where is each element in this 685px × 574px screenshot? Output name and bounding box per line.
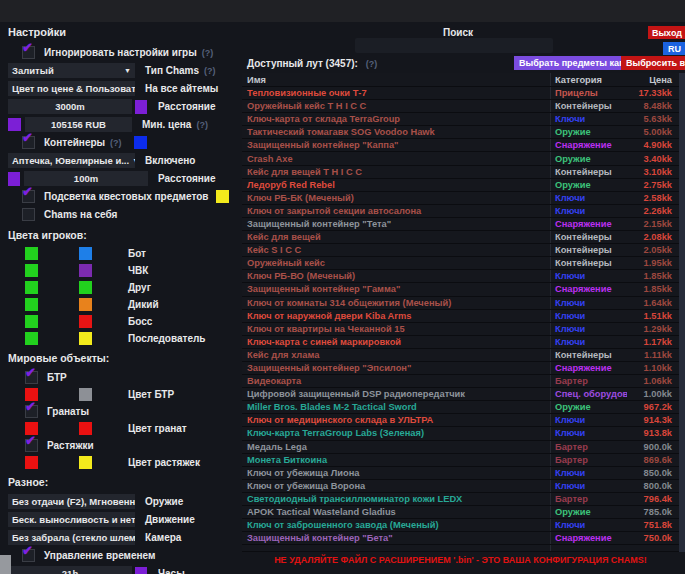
quest-items-checkbox[interactable]: ✔: [22, 190, 35, 203]
containers-checkbox[interactable]: ✔: [22, 136, 35, 149]
player-type-color-swatch[interactable]: [79, 247, 92, 260]
time-control-checkbox[interactable]: ✔: [22, 549, 35, 562]
table-row[interactable]: Ключ от убежища ЛионаКлючи850.0k: [242, 467, 679, 480]
world-object-color-swatch[interactable]: [25, 456, 38, 469]
distance-slider-track[interactable]: 3000m: [8, 99, 132, 114]
table-row[interactable]: Защищенный контейнер "Каппа"Снаряжение4.…: [242, 139, 679, 152]
table-row[interactable]: Ключ-карта с синей маркировкойКлючи1.17k…: [242, 336, 679, 349]
table-row[interactable]: APOK Tactical Wasteland GladiusОружие785…: [242, 506, 679, 519]
search-input[interactable]: [355, 38, 553, 53]
world-object-color-swatch[interactable]: [79, 456, 92, 469]
player-type-color-swatch[interactable]: [79, 264, 92, 277]
containers-filter-value: Аптечка, Ювелирные и...: [12, 155, 129, 166]
containers-color-swatch[interactable]: [134, 136, 147, 149]
world-object-checkbox[interactable]: ✔: [25, 371, 38, 384]
item-price: 796.4k: [627, 494, 679, 504]
world-object-checkbox[interactable]: ✔: [25, 439, 38, 452]
table-row[interactable]: Ключ от заброшенного завода (Меченый)Клю…: [242, 519, 679, 532]
player-visible-color-swatch[interactable]: [25, 264, 38, 277]
table-row[interactable]: Crash AxeОружие3.40kk: [242, 152, 679, 165]
table-row[interactable]: Оружейный кейс T H I C CКонтейнеры8.48kk: [242, 100, 679, 113]
chams-type-dropdown[interactable]: Залитый ▼: [8, 63, 135, 78]
item-category: Оружие: [550, 179, 627, 191]
loot-table-scrollbar[interactable]: [679, 73, 685, 552]
table-row[interactable]: Медаль LegaБартер900.0k: [242, 441, 679, 454]
hours-slider-track[interactable]: 21h: [8, 566, 132, 574]
table-row[interactable]: Кейс S I C CКонтейнеры2.05kk: [242, 244, 679, 257]
table-row[interactable]: Ключ РБ-БК (Меченый)Ключи2.58kk: [242, 192, 679, 205]
item-price: 850.0k: [627, 468, 679, 478]
chams-self-checkbox[interactable]: ✔: [22, 208, 35, 221]
apply-mode-label: На все айтемы: [145, 83, 218, 94]
player-visible-color-swatch[interactable]: [25, 332, 38, 345]
containers-distance-slider-handle[interactable]: [8, 172, 20, 186]
player-type-color-swatch[interactable]: [79, 315, 92, 328]
world-object-color-swatch[interactable]: [79, 388, 92, 401]
table-row[interactable]: Ключ от убежища ВоронаКлючи800.0k: [242, 480, 679, 493]
player-type-color-swatch[interactable]: [79, 332, 92, 345]
item-category: Контейнеры: [550, 166, 627, 178]
exit-button[interactable]: Выход: [648, 26, 685, 39]
table-row[interactable]: Тепловизионные очки Т-7Прицелы17.33kk: [242, 87, 679, 100]
player-color-row: Босс: [25, 315, 240, 328]
table-row[interactable]: Ледоруб Red RebelОружие2.75kk: [242, 179, 679, 192]
resize-handle[interactable]: [0, 555, 11, 574]
table-row[interactable]: Оружейный кейсКонтейнеры1.95kk: [242, 257, 679, 270]
table-row[interactable]: Ключ-карта от склада TerraGroupКлючи5.63…: [242, 113, 679, 126]
table-row[interactable]: Ключ от комнаты 314 общежития (Меченый)К…: [242, 297, 679, 310]
table-row[interactable]: Ключ РБ-ВО (Меченый)Ключи1.85kk: [242, 270, 679, 283]
table-row[interactable]: Кейс для вещей T H I C CКонтейнеры3.10kk: [242, 166, 679, 179]
table-row[interactable]: Ключ от закрытой секции автосалонаКлючи2…: [242, 205, 679, 218]
table-row[interactable]: Защищенный контейнер "Эпсилон"Снаряжение…: [242, 362, 679, 375]
header-category: Категория: [550, 73, 627, 86]
table-row[interactable]: Тактический томагавк SOG Voodoo HawkОруж…: [242, 126, 679, 139]
table-row[interactable]: [242, 545, 679, 552]
containers-filter-dropdown[interactable]: Аптечка, Ювелирные и... ▼: [8, 153, 135, 168]
quest-items-color-swatch[interactable]: [216, 190, 229, 203]
apply-mode-value: Цвет по цене & Пользователь: [12, 83, 135, 94]
table-row[interactable]: ВидеокартаБартер1.06kk: [242, 375, 679, 388]
player-visible-color-swatch[interactable]: [25, 315, 38, 328]
table-row[interactable]: Кейс для вещейКонтейнеры2.08kk: [242, 231, 679, 244]
player-visible-color-swatch[interactable]: [25, 281, 38, 294]
min-price-input[interactable]: 105156 RUB: [25, 117, 132, 132]
world-object-color-swatch[interactable]: [79, 422, 92, 435]
hours-slider-handle[interactable]: [135, 567, 147, 574]
hours-slider[interactable]: 21h: [8, 566, 148, 574]
weapon-dropdown[interactable]: Без отдачи (F2), Мгновенное п ▼: [8, 494, 135, 509]
table-row[interactable]: Защищенный контейнер "Тета"Снаряжение2.1…: [242, 218, 679, 231]
drop-all-button[interactable]: Выбросить все: [621, 56, 685, 70]
ignore-game-settings-checkbox[interactable]: ✔: [22, 46, 35, 59]
language-button[interactable]: RU: [663, 42, 685, 55]
movement-dropdown[interactable]: Беск. выносливость и нет уста ▼: [8, 512, 135, 527]
world-object-color-row: Цвет растяжек: [25, 455, 240, 469]
player-type-color-swatch[interactable]: [79, 281, 92, 294]
distance-slider-handle[interactable]: [135, 100, 147, 114]
apply-mode-dropdown[interactable]: Цвет по цене & Пользователь ▼: [8, 81, 135, 96]
table-row[interactable]: Ключ от квартиры на Чеканной 15Ключи1.29…: [242, 323, 679, 336]
containers-row: ✔ Контейнеры (?): [22, 135, 240, 150]
player-visible-color-swatch[interactable]: [25, 298, 38, 311]
min-price-swatch[interactable]: [8, 118, 21, 131]
table-row[interactable]: Цифровой защищенный DSP радиопередатчикС…: [242, 388, 679, 401]
table-row[interactable]: Ключ-карта TerraGroup Labs (Зеленая)Ключ…: [242, 427, 679, 440]
table-row[interactable]: Монета БиткоинаБартер869.6k: [242, 454, 679, 467]
distance-slider[interactable]: 3000m: [8, 99, 148, 114]
table-row[interactable]: Ключ от медицинского склада в УЛЬТРАКлюч…: [242, 414, 679, 427]
containers-filter-row: Аптечка, Ювелирные и... ▼ Включено: [8, 153, 240, 168]
table-row[interactable]: Miller Bros. Blades M-2 Tactical SwordОр…: [242, 401, 679, 414]
loot-table-header: Имя Категория Цена: [242, 73, 679, 87]
player-type-color-swatch[interactable]: [79, 298, 92, 311]
table-row[interactable]: Защищенный контейнер "Гамма"Снаряжение1.…: [242, 283, 679, 296]
item-name: Защищенный контейнер "Тета": [242, 219, 550, 229]
table-row[interactable]: Светодиодный трансиллюминатор кожи LEDXБ…: [242, 493, 679, 506]
table-row[interactable]: Кейс для хламаКонтейнеры1.11kk: [242, 349, 679, 362]
table-row[interactable]: Ключ от наружной двери Kiba ArmsКлючи1.5…: [242, 310, 679, 323]
item-category: Ключи: [550, 336, 627, 348]
item-price: 17.33kk: [627, 88, 679, 98]
containers-distance-slider-track[interactable]: 100m: [24, 171, 148, 186]
player-visible-color-swatch[interactable]: [25, 247, 38, 260]
table-row[interactable]: Защищенный контейнер "Бета"Снаряжение750…: [242, 532, 679, 545]
loot-table: Имя Категория Цена Тепловизионные очки Т…: [242, 73, 679, 552]
world-object-checkbox[interactable]: ✔: [25, 405, 38, 418]
